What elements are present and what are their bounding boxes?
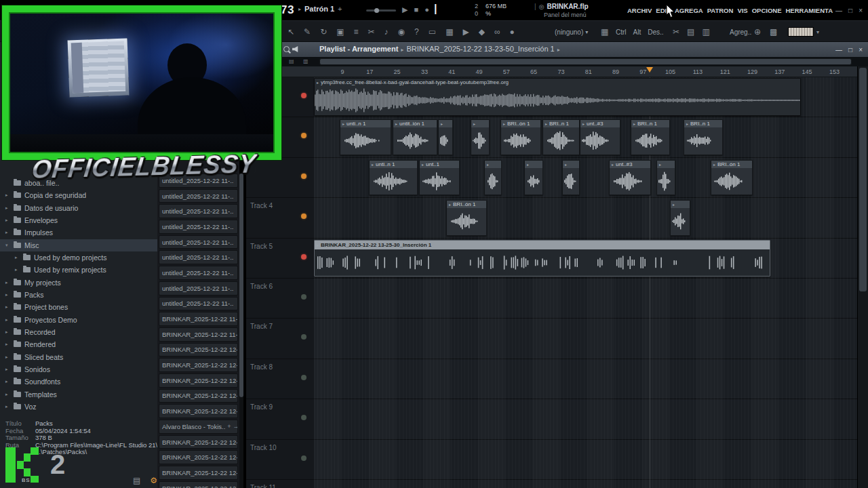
pattern-strip-icon[interactable] <box>788 27 814 37</box>
pattern-preview[interactable]: ▾ <box>788 21 819 43</box>
playlist-clip[interactable]: ▸BRI..n 1 <box>542 119 580 155</box>
file-list-item[interactable]: BRINKAR_2025-12-22 12-.. <box>159 343 238 357</box>
plugin-icon[interactable]: ⊕ <box>754 27 761 37</box>
grid-icon[interactable]: ▦ <box>446 27 453 37</box>
browser-item[interactable]: ▸My projects <box>0 277 157 289</box>
picker-toggle-icon[interactable]: ▤ <box>289 58 294 64</box>
record-icon[interactable]: ● <box>510 27 515 37</box>
play-button[interactable]: ▶ <box>402 5 408 14</box>
file-list-scrollbar[interactable] <box>239 174 243 488</box>
scrollbar-thumb[interactable] <box>239 174 243 397</box>
maximize-button[interactable]: □ <box>848 7 852 14</box>
file-list-item[interactable]: BRINKAR_2025-12-22 12-.. <box>159 481 238 488</box>
playlist-clip[interactable]: ▸unti..n 1 <box>340 119 391 155</box>
clipboard-icon[interactable]: ▤ <box>133 476 140 485</box>
playlist-clip[interactable]: ▸ <box>438 119 453 155</box>
copy-icon[interactable]: ▤ <box>687 27 694 37</box>
mic-icon[interactable]: ♪ <box>384 27 389 37</box>
browser-item[interactable]: ▸Packs <box>0 289 157 301</box>
menu-vis[interactable]: VIS <box>737 7 747 14</box>
expand-arrow-icon[interactable]: ▸ <box>5 292 10 298</box>
file-list-item[interactable]: BRINKAR_2025-12-22 12-.. <box>159 358 238 372</box>
record-arm-button[interactable] <box>301 375 307 380</box>
playlist-clip[interactable]: ▸BRI..ón 1 <box>446 200 487 235</box>
link-icon[interactable]: ∞ <box>494 27 500 37</box>
save-icon[interactable]: ▣ <box>336 27 344 37</box>
file-list-item[interactable]: untitled_2025-12-22 11-.. <box>159 220 238 234</box>
search-icon[interactable] <box>283 46 290 52</box>
file-list-item[interactable]: untitled_2025-12-22 11-.. <box>159 266 238 280</box>
playlist-clip[interactable]: ▸ <box>670 200 690 235</box>
internal-controller-icon[interactable]: ◉ <box>398 27 405 37</box>
slider-knob[interactable] <box>374 8 379 13</box>
expand-arrow-icon[interactable]: ▸ <box>5 404 10 409</box>
playlist-clip[interactable]: ▸unti..n 1 <box>369 160 418 195</box>
file-list-item[interactable]: untitled_2025-12-22 11-.. <box>159 297 238 311</box>
pattern-arrow-icon[interactable]: ▸ <box>298 6 301 12</box>
timeline-ruler[interactable]: 9172533414957657381899710511312112913714… <box>246 66 868 77</box>
expand-arrow-icon[interactable]: ▸ <box>5 342 10 347</box>
expand-arrow-icon[interactable]: ▸ <box>5 329 10 335</box>
playlist-clip[interactable]: ▸ <box>656 160 675 195</box>
browser-item[interactable]: ▸Sliced beats <box>0 351 157 363</box>
mixer-icon[interactable]: ▩ <box>770 27 777 37</box>
playlist-clip[interactable]: ▸ <box>524 160 543 195</box>
file-list-item[interactable]: untitled_2025-12-22 11-.. <box>159 189 238 203</box>
key-des[interactable]: Des.. <box>648 28 663 36</box>
pattern-add-button[interactable]: + <box>338 5 342 13</box>
browser-item[interactable]: ▸Voz <box>0 401 157 413</box>
expand-arrow-icon[interactable]: ▸ <box>5 367 10 372</box>
file-list-item[interactable]: untitled_2025-12-22 11-.. <box>159 235 238 249</box>
record-arm-button[interactable] <box>301 294 307 300</box>
record-arm-button[interactable] <box>301 174 307 179</box>
menu-herramienta[interactable]: HERRAMIENTA <box>786 7 833 14</box>
file-list-item[interactable]: untitled_2025-12-22 11-.. <box>159 250 238 264</box>
playlist-clip[interactable]: ▸ <box>484 160 502 195</box>
speaker-icon[interactable] <box>292 46 300 52</box>
add-icon[interactable]: + <box>225 423 231 430</box>
browser-item[interactable]: ▾Misc <box>0 239 157 251</box>
undo-icon[interactable]: ↻ <box>320 27 327 37</box>
draw-tool-icon[interactable]: ✎ <box>304 27 311 37</box>
cut-icon[interactable]: ✂ <box>673 27 679 37</box>
file-list-item[interactable]: untitled_2025-12-22 11-.. <box>159 204 238 218</box>
chevron-down-icon[interactable]: ▾ <box>585 29 588 35</box>
menu-opcione[interactable]: OPCIONE <box>752 7 782 14</box>
master-slider[interactable] <box>366 9 396 12</box>
chevron-down-icon[interactable]: ▾ <box>816 29 819 35</box>
playlist-clip[interactable]: ▸unt..#3 <box>580 119 620 155</box>
browser-item[interactable]: ▸Rendered <box>0 338 157 350</box>
browser-item[interactable]: ▸Sonidos <box>0 363 157 375</box>
step-advance-icon[interactable]: ▶ <box>462 27 469 37</box>
minimize-button[interactable]: — <box>835 46 842 54</box>
playlist-clip[interactable]: ▸unt..1 <box>419 160 460 195</box>
keyboard-icon[interactable]: ▦ <box>601 21 608 43</box>
maximize-button[interactable]: □ <box>848 46 852 54</box>
file-list-item[interactable]: BRINKAR_2025-12-22 12-.. <box>159 389 238 403</box>
menu-patron[interactable]: PATRON <box>707 7 734 14</box>
playlist-titlebar[interactable]: Playlist - Arrangement▸BRINKAR_2025-12-2… <box>246 42 868 57</box>
select-tool-icon[interactable]: ↖ <box>288 27 294 37</box>
expand-arrow-icon[interactable]: ▸ <box>5 304 10 310</box>
browser-item[interactable]: ▸Soundfonts <box>0 375 157 388</box>
playlist-clip[interactable]: ▸unt..#3 <box>609 160 651 195</box>
menu-archiv[interactable]: ARCHIV <box>627 7 652 14</box>
record-arm-button[interactable] <box>301 93 307 98</box>
video-icon[interactable]: ▭ <box>429 27 436 37</box>
browser-item[interactable]: ▸Copia de seguridad <box>0 189 157 201</box>
arrow-right-icon[interactable]: → <box>231 423 238 430</box>
expand-arrow-icon[interactable]: ▸ <box>5 379 10 384</box>
gear-icon[interactable]: ⚙ <box>150 476 157 485</box>
browser-item[interactable]: ▸Envelopes <box>0 214 157 226</box>
expand-arrow-icon[interactable]: ▸ <box>5 192 10 198</box>
pattern-selector[interactable]: ▸ Patrón 1 + <box>298 5 342 13</box>
file-list-item[interactable]: untitled_2025-12-22 11-.. <box>159 281 238 296</box>
slice-tool-icon[interactable]: ✂ <box>368 27 375 37</box>
recording-list-icon[interactable]: ≡ <box>354 27 359 37</box>
browser-item[interactable]: ▸Project bones <box>0 301 157 313</box>
browser-item[interactable]: ▸Datos de usuario <box>0 202 157 214</box>
expand-arrow-icon[interactable]: ▸ <box>5 354 10 360</box>
file-list-item[interactable]: BRINKAR_2025-12-22 12-.. <box>159 373 238 388</box>
playlist-clip[interactable]: ▸ <box>562 160 580 195</box>
record-button[interactable]: ● <box>425 5 429 14</box>
